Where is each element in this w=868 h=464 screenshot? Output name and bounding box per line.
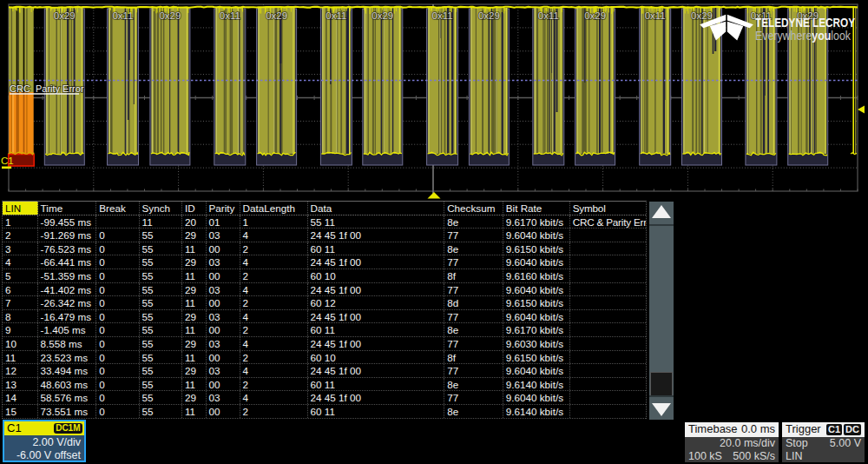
svg-text:0x11: 0x11 (432, 10, 453, 21)
svg-text:0x11: 0x11 (645, 10, 666, 21)
svg-text:0x29: 0x29 (372, 10, 393, 21)
svg-text:0x29: 0x29 (266, 10, 287, 21)
svg-text:0x29: 0x29 (54, 10, 76, 21)
svg-text:TELEDYNE LECROY: TELEDYNE LECROY (755, 15, 855, 30)
svg-text:CRC Parity Error: CRC Parity Error (10, 83, 84, 94)
svg-text:0x11: 0x11 (112, 10, 133, 21)
svg-text:Everywhereyoulook: Everywhereyoulook (755, 29, 852, 43)
svg-text:C1: C1 (1, 156, 14, 166)
